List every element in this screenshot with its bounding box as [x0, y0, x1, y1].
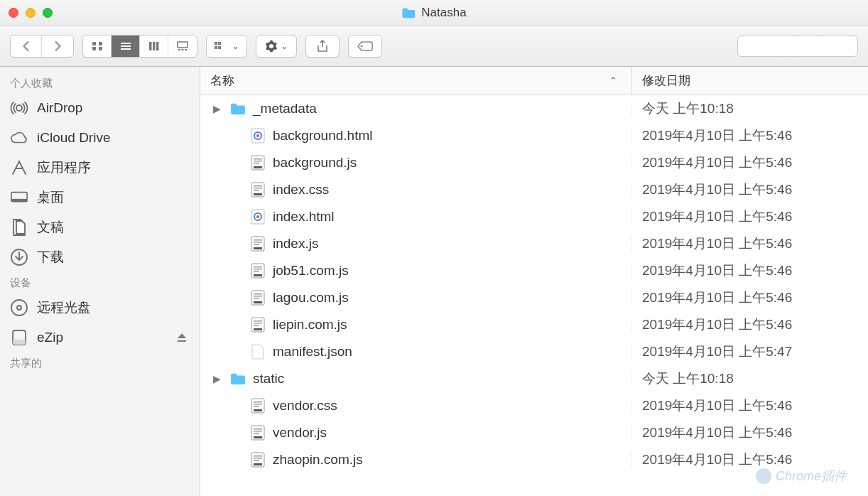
file-name-label: vendor.js: [273, 425, 327, 441]
js-icon: [250, 317, 266, 333]
svg-rect-33: [254, 163, 259, 164]
file-name-cell: job51.com.js: [200, 263, 632, 279]
file-name-label: manifest.json: [273, 344, 352, 360]
disclosure-triangle-icon[interactable]: ▶: [210, 373, 223, 384]
svg-rect-12: [182, 49, 184, 50]
js-icon: [250, 425, 266, 441]
apps-icon: [10, 158, 28, 177]
share-button[interactable]: [305, 35, 340, 58]
svg-point-23: [11, 300, 27, 316]
sidebar-section-header: 个人收藏: [0, 72, 200, 93]
file-date-cell: 2019年4月10日 上午5:46: [632, 234, 868, 253]
file-name-label: liepin.com.js: [273, 317, 347, 333]
svg-rect-11: [178, 49, 180, 50]
file-name-cell: ▶static: [200, 371, 632, 387]
file-date-cell: 2019年4月10日 上午5:46: [632, 451, 868, 469]
file-row[interactable]: vendor.css2019年4月10日 上午5:46: [200, 392, 868, 419]
svg-rect-47: [254, 247, 262, 249]
window-title-text: Natasha: [421, 6, 466, 20]
svg-rect-7: [149, 42, 152, 50]
sidebar-item[interactable]: 下载: [0, 242, 200, 272]
svg-rect-67: [254, 409, 262, 411]
svg-rect-38: [254, 190, 259, 191]
group-by-dropdown[interactable]: ⌄: [206, 35, 247, 58]
svg-rect-5: [121, 45, 131, 47]
nav-buttons: [10, 35, 74, 58]
svg-rect-45: [254, 242, 262, 243]
file-name-cell: vendor.css: [200, 398, 632, 414]
gallery-view-button[interactable]: [168, 36, 197, 57]
disclosure-triangle-icon[interactable]: ▶: [210, 103, 223, 114]
file-name-cell: background.html: [200, 128, 632, 144]
tags-button[interactable]: [348, 35, 382, 58]
file-name-label: _metadata: [253, 101, 317, 117]
close-window-button[interactable]: [9, 8, 18, 18]
minimize-window-button[interactable]: [26, 8, 36, 18]
sidebar-item[interactable]: 应用程序: [0, 153, 200, 183]
svg-rect-52: [254, 274, 262, 276]
search-field[interactable]: [737, 36, 858, 57]
sidebar-item[interactable]: 远程光盘: [0, 293, 200, 323]
file-row[interactable]: liepin.com.js2019年4月10日 上午5:46: [200, 311, 868, 338]
file-name-cell: lagou.com.js: [200, 290, 632, 306]
svg-rect-46: [254, 244, 259, 245]
file-name-label: background.html: [273, 128, 372, 144]
titlebar: Natasha: [0, 0, 868, 26]
js-icon: [250, 263, 266, 279]
zoom-window-button[interactable]: [43, 8, 53, 18]
column-view-button[interactable]: [140, 36, 168, 57]
column-header-date[interactable]: 修改日期: [632, 67, 868, 95]
js-icon: [250, 155, 266, 171]
svg-rect-75: [254, 458, 262, 459]
file-name-label: background.js: [273, 155, 357, 171]
back-button[interactable]: [11, 36, 42, 57]
svg-rect-34: [254, 166, 262, 168]
file-name-label: index.js: [273, 236, 318, 252]
action-dropdown[interactable]: ⌄: [256, 35, 297, 58]
remotedisc-icon: [10, 298, 28, 317]
file-row[interactable]: ▶static今天 上午10:18: [200, 365, 868, 392]
file-row[interactable]: index.html2019年4月10日 上午5:46: [200, 203, 868, 230]
file-name-cell: index.html: [200, 209, 632, 225]
file-name-cell: ▶_metadata: [200, 101, 632, 117]
svg-rect-31: [254, 158, 262, 160]
eject-icon[interactable]: [177, 333, 187, 343]
svg-rect-16: [215, 46, 217, 49]
folder-icon: [230, 371, 246, 387]
column-header-name[interactable]: 名称 ⌃: [200, 67, 632, 95]
file-row[interactable]: ▶_metadata今天 上午10:18: [200, 95, 868, 122]
svg-rect-1: [99, 42, 102, 45]
forward-button[interactable]: [42, 36, 73, 57]
file-row[interactable]: background.js2019年4月10日 上午5:46: [200, 149, 868, 176]
sidebar-item-label: 下载: [37, 248, 64, 266]
svg-rect-51: [254, 271, 259, 272]
file-row[interactable]: manifest.json2019年4月10日 上午5:47: [200, 338, 868, 365]
sidebar-item-label: 远程光盘: [37, 298, 91, 317]
file-row[interactable]: lagou.com.js2019年4月10日 上午5:46: [200, 284, 868, 311]
icon-view-button[interactable]: [83, 36, 112, 57]
file-row[interactable]: background.html2019年4月10日 上午5:46: [200, 122, 868, 149]
sidebar-item[interactable]: 桌面: [0, 183, 200, 212]
sidebar-item[interactable]: 文稿: [0, 212, 200, 242]
sidebar-item-label: 桌面: [37, 188, 64, 207]
chevron-down-icon: ⌄: [232, 41, 239, 51]
file-row[interactable]: index.css2019年4月10日 上午5:46: [200, 176, 868, 203]
svg-rect-44: [254, 239, 262, 241]
sidebar-item[interactable]: iCloud Drive: [0, 123, 200, 153]
sidebar-section-header: 共享的: [0, 352, 200, 373]
html-icon: [250, 209, 266, 225]
file-row[interactable]: vendor.js2019年4月10日 上午5:46: [200, 419, 868, 446]
list-view-button[interactable]: [112, 36, 140, 57]
file-date-cell: 2019年4月10日 上午5:46: [632, 207, 868, 226]
file-name-cell: zhaopin.com.js: [200, 452, 632, 468]
js-icon: [250, 236, 266, 252]
file-row[interactable]: index.js2019年4月10日 上午5:46: [200, 230, 868, 257]
file-row[interactable]: job51.com.js2019年4月10日 上午5:46: [200, 257, 868, 284]
file-name-label: index.css: [273, 182, 329, 198]
svg-rect-2: [92, 47, 96, 50]
file-row[interactable]: zhaopin.com.js2019年4月10日 上午5:46: [200, 446, 868, 473]
sidebar-item[interactable]: eZip: [0, 323, 200, 352]
file-date-cell: 2019年4月10日 上午5:46: [632, 126, 868, 145]
sidebar-item[interactable]: AirDrop: [0, 93, 200, 123]
file-date-cell: 2019年4月10日 上午5:46: [632, 180, 868, 199]
